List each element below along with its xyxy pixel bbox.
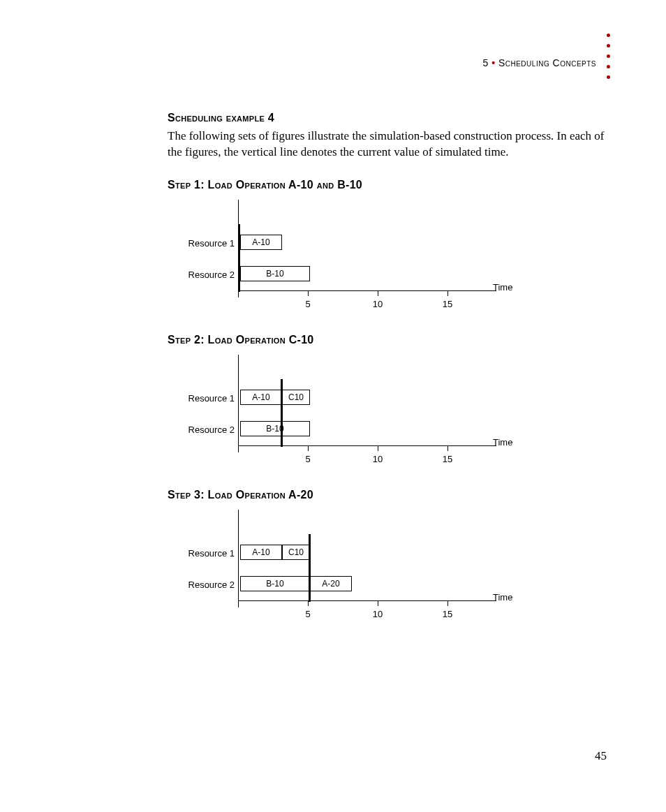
row-label-resource1: Resource 1 [188, 238, 235, 249]
tick-10 [378, 290, 378, 296]
tick-5 [308, 290, 309, 296]
tick-label-10: 10 [373, 609, 383, 619]
chapter-number: 5 [482, 57, 488, 68]
row-label-resource2: Resource 2 [188, 580, 235, 590]
decorative-dots [607, 34, 610, 79]
tick-label-10: 10 [373, 299, 383, 309]
section-title: Scheduling example 4 [168, 112, 614, 124]
tick-label-5: 5 [305, 299, 310, 309]
tick-label-15: 15 [443, 299, 452, 309]
page-number: 45 [595, 749, 607, 763]
row-label-resource1: Resource 1 [188, 548, 235, 559]
step2-title: Step 2: Load Operation C-10 [168, 334, 614, 346]
tick-label-5: 5 [305, 454, 310, 464]
step3-title: Step 3: Load Operation A-20 [168, 489, 614, 501]
x-axis [238, 445, 496, 446]
tick-label-15: 15 [443, 454, 452, 464]
tick-label-5: 5 [305, 609, 310, 619]
row-label-resource1: Resource 1 [188, 393, 235, 404]
tick-label-15: 15 [443, 609, 452, 619]
step2-chart: Resource 1 Resource 2 A-10 C10 B-10 5 10… [172, 355, 614, 473]
step1-chart: Resource 1 Resource 2 A-10 B-10 5 10 15 … [172, 200, 614, 318]
bar-b10: B-10 [240, 421, 310, 436]
x-axis [238, 600, 496, 601]
tick-15 [447, 445, 448, 451]
x-axis-label: Time [493, 592, 512, 603]
bar-a20: A-20 [310, 576, 352, 591]
page-header: 5 • Scheduling Concepts [482, 57, 596, 68]
tick-5 [308, 445, 309, 451]
tick-15 [447, 600, 448, 606]
bar-c10: C10 [282, 390, 310, 405]
bar-a10: A-10 [240, 390, 282, 405]
tick-label-10: 10 [373, 454, 383, 464]
row-label-resource2: Resource 2 [188, 425, 235, 435]
bar-a10: A-10 [240, 545, 282, 560]
tick-15 [447, 290, 448, 296]
x-axis [238, 290, 496, 291]
y-axis [238, 510, 239, 607]
section-body: The following sets of figures illustrate… [168, 128, 614, 161]
step1-title: Step 1: Load Operation A-10 and B-10 [168, 179, 614, 191]
current-time-line [309, 534, 311, 602]
tick-10 [378, 600, 378, 606]
current-time-line [281, 379, 283, 447]
tick-5 [308, 600, 309, 606]
y-axis [238, 355, 239, 452]
bar-b10: B-10 [240, 266, 310, 281]
bar-c10: C10 [282, 545, 310, 560]
x-axis-label: Time [493, 282, 512, 293]
step3-chart: Resource 1 Resource 2 A-10 C10 B-10 A-20… [172, 510, 614, 628]
x-axis-label: Time [493, 437, 512, 448]
bar-a10: A-10 [240, 235, 282, 250]
chapter-title: Scheduling Concepts [498, 57, 596, 68]
row-label-resource2: Resource 2 [188, 270, 235, 280]
current-time-line [238, 224, 240, 292]
bar-b10: B-10 [240, 576, 310, 591]
tick-10 [378, 445, 378, 451]
header-separator: • [491, 57, 495, 68]
